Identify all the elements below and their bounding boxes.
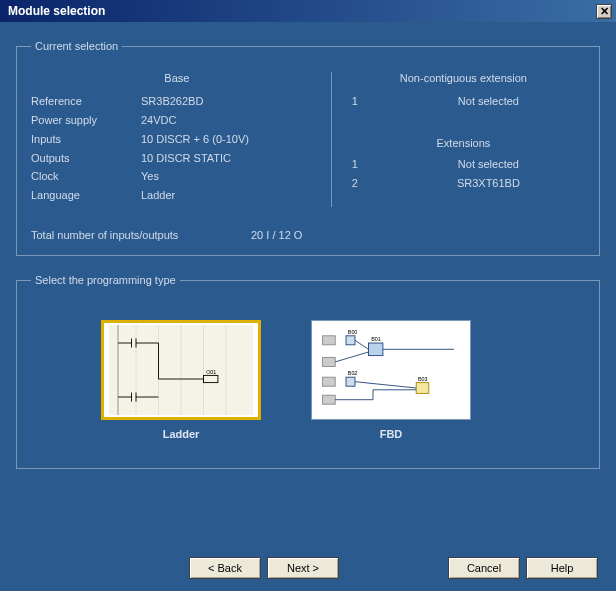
programming-type-legend: Select the programming type [31, 274, 180, 286]
base-heading: Base [31, 72, 323, 84]
ext-idx-2: 2 [342, 176, 392, 191]
ladder-option[interactable]: O01 Ladder [101, 320, 261, 440]
fbd-thumbnail: B00 B02 B01 B03 [311, 320, 471, 420]
noncontig-heading: Non-contiguous extension [342, 72, 585, 84]
ext-idx-1: 1 [342, 157, 392, 172]
outputs-label: Outputs [31, 151, 141, 166]
current-selection-group: Current selection Base Reference SR3B262… [16, 40, 600, 256]
current-selection-legend: Current selection [31, 40, 122, 52]
programming-type-group: Select the programming type [16, 274, 600, 469]
total-io-value: 20 I / 12 O [251, 229, 302, 241]
total-io-row: Total number of inputs/outputs 20 I / 12… [31, 229, 585, 241]
cancel-button[interactable]: Cancel [448, 557, 520, 579]
noncontig-val-1: Not selected [392, 94, 585, 109]
ext-val-1: Not selected [392, 157, 585, 172]
extensions-column: Non-contiguous extension 1 Not selected … [331, 72, 585, 207]
close-icon: ✕ [600, 5, 609, 18]
outputs-value: 10 DISCR STATIC [141, 151, 323, 166]
ladder-diagram-icon: O01 [106, 325, 256, 415]
next-button[interactable]: Next > [267, 557, 339, 579]
svg-text:B00: B00 [348, 329, 358, 335]
fbd-option[interactable]: B00 B02 B01 B03 [311, 320, 471, 440]
svg-text:B01: B01 [371, 336, 381, 342]
reference-label: Reference [31, 94, 141, 109]
ladder-thumbnail: O01 [101, 320, 261, 420]
row-outputs: Outputs 10 DISCR STATIC [31, 151, 323, 166]
svg-rect-23 [323, 395, 336, 404]
ladder-label: Ladder [101, 428, 261, 440]
row-reference: Reference SR3B262BD [31, 94, 323, 109]
svg-rect-27 [346, 377, 355, 386]
noncontig-row-1: 1 Not selected [342, 94, 585, 109]
inputs-label: Inputs [31, 132, 141, 147]
clock-value: Yes [141, 169, 323, 184]
button-bar: < Back Next > Cancel Help [0, 557, 616, 579]
window-title: Module selection [4, 4, 596, 18]
svg-text:B02: B02 [348, 370, 358, 376]
ext-row-2: 2 SR3XT61BD [342, 176, 585, 191]
row-power: Power supply 24VDC [31, 113, 323, 128]
ext-val-2: SR3XT61BD [392, 176, 585, 191]
power-label: Power supply [31, 113, 141, 128]
svg-rect-20 [323, 336, 336, 345]
svg-rect-21 [323, 357, 336, 366]
fbd-label: FBD [311, 428, 471, 440]
svg-text:B03: B03 [418, 376, 428, 382]
row-clock: Clock Yes [31, 169, 323, 184]
svg-rect-25 [346, 336, 355, 345]
svg-rect-22 [323, 377, 336, 386]
row-language: Language Ladder [31, 188, 323, 203]
base-column: Base Reference SR3B262BD Power supply 24… [31, 72, 323, 207]
fbd-diagram-icon: B00 B02 B01 B03 [316, 325, 466, 415]
dialog-content: Current selection Base Reference SR3B262… [0, 22, 616, 497]
back-button[interactable]: < Back [189, 557, 261, 579]
title-bar: Module selection ✕ [0, 0, 616, 22]
clock-label: Clock [31, 169, 141, 184]
power-value: 24VDC [141, 113, 323, 128]
total-io-label: Total number of inputs/outputs [31, 229, 251, 241]
inputs-value: 10 DISCR + 6 (0-10V) [141, 132, 323, 147]
ext-row-1: 1 Not selected [342, 157, 585, 172]
svg-rect-29 [369, 343, 383, 356]
svg-rect-19 [319, 325, 463, 415]
close-button[interactable]: ✕ [596, 4, 612, 19]
language-label: Language [31, 188, 141, 203]
row-inputs: Inputs 10 DISCR + 6 (0-10V) [31, 132, 323, 147]
language-value: Ladder [141, 188, 323, 203]
help-button[interactable]: Help [526, 557, 598, 579]
noncontig-idx-1: 1 [342, 94, 392, 109]
ext-heading: Extensions [342, 137, 585, 149]
reference-value: SR3B262BD [141, 94, 323, 109]
svg-text:O01: O01 [206, 369, 216, 375]
svg-rect-34 [416, 383, 429, 394]
